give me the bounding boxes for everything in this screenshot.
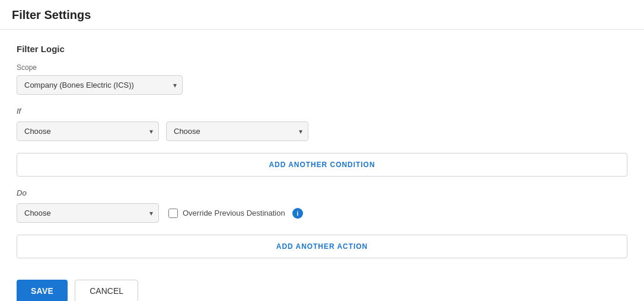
do-group: Do Choose Override Previous Destination …	[17, 188, 627, 223]
if-choose2-wrapper: Choose	[166, 121, 308, 141]
footer-actions: SAVE CANCEL	[17, 270, 627, 301]
override-checkbox[interactable]	[168, 209, 178, 218]
if-label: If	[17, 107, 627, 116]
override-info-icon[interactable]: i	[292, 208, 303, 219]
scope-select-wrapper: Company (Bones Electric (ICS))	[17, 75, 183, 95]
add-action-button[interactable]: ADD ANOTHER ACTION	[17, 235, 627, 258]
scope-select[interactable]: Company (Bones Electric (ICS))	[17, 75, 183, 95]
scope-group: Scope Company (Bones Electric (ICS))	[17, 63, 627, 95]
if-choose1-wrapper: Choose	[17, 121, 159, 141]
do-choose-select[interactable]: Choose	[17, 203, 159, 223]
if-group: If Choose Choose	[17, 107, 627, 141]
if-choose1-select[interactable]: Choose	[17, 121, 159, 141]
save-button[interactable]: SAVE	[17, 280, 68, 301]
add-condition-button[interactable]: ADD ANOTHER CONDITION	[17, 153, 627, 177]
if-row: Choose Choose	[17, 121, 627, 141]
filter-logic-title: Filter Logic	[17, 44, 627, 54]
cancel-button[interactable]: CANCEL	[75, 280, 138, 301]
scope-label: Scope	[17, 63, 627, 72]
do-row: Choose Override Previous Destination i	[17, 203, 627, 223]
override-label: Override Previous Destination	[183, 209, 285, 217]
do-label: Do	[17, 188, 627, 197]
page-title: Filter Settings	[12, 8, 91, 21]
if-choose2-select[interactable]: Choose	[166, 121, 308, 141]
override-checkbox-group: Override Previous Destination i	[168, 208, 303, 219]
do-choose-wrapper: Choose	[17, 203, 159, 223]
